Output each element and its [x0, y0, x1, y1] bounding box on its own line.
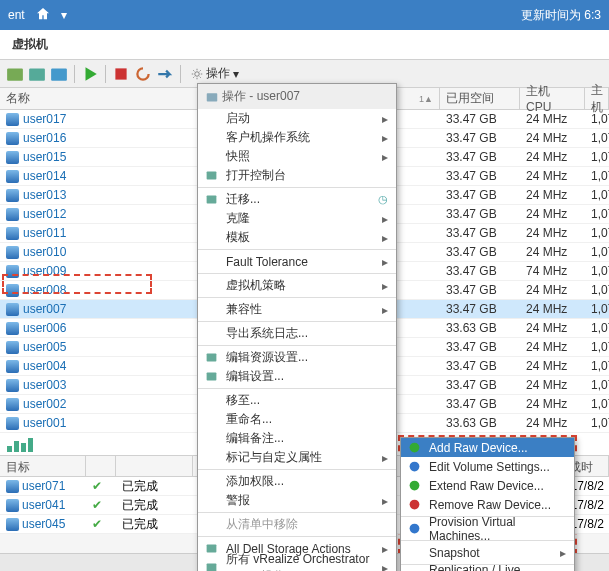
menu-label: 移至...	[226, 392, 260, 409]
menu-item[interactable]: 客户机操作系统▸	[198, 128, 396, 147]
menu-item[interactable]: 克隆▸	[198, 209, 396, 228]
vm-icon	[6, 341, 19, 354]
submenu-item[interactable]: Add Raw Device...	[401, 438, 574, 457]
host-mem: 1,07	[585, 283, 609, 297]
menu-item[interactable]: 编辑设置...	[198, 367, 396, 386]
vm-name: user002	[23, 397, 66, 411]
chevron-right-icon: ▸	[382, 131, 388, 145]
host-mem: 1,07	[585, 321, 609, 335]
migrate-icon[interactable]	[156, 65, 174, 83]
restart-icon[interactable]	[134, 65, 152, 83]
play-icon[interactable]	[81, 65, 99, 83]
new-vm-icon[interactable]	[6, 65, 24, 83]
menu-item[interactable]: 模板▸	[198, 228, 396, 247]
menu-item[interactable]: 快照▸	[198, 147, 396, 166]
menu-label: Fault Tolerance	[226, 255, 308, 269]
chevron-right-icon: ▸	[382, 561, 388, 572]
host-mem: 1,07	[585, 226, 609, 240]
col-target[interactable]: 目标	[0, 456, 86, 476]
chevron-right-icon: ▸	[382, 112, 388, 126]
host-cpu: 24 MHz	[520, 112, 585, 126]
menu-item[interactable]: 所有 vRealize Orchestrator plugin 操作▸	[198, 558, 396, 571]
col-host[interactable]: 主机	[585, 88, 609, 109]
console-icon[interactable]	[50, 65, 68, 83]
menu-item[interactable]: 导出系统日志...	[198, 324, 396, 343]
vm-name: user016	[23, 131, 66, 145]
host-cpu: 24 MHz	[520, 302, 585, 316]
menu-item[interactable]: 打开控制台	[198, 166, 396, 185]
used-space: 33.47 GB	[440, 112, 520, 126]
svg-point-4	[195, 71, 200, 76]
submenu-item[interactable]: Provision Virtual Machines...	[401, 519, 574, 538]
svg-rect-10	[206, 171, 216, 179]
menu-item[interactable]: 兼容性▸	[198, 300, 396, 319]
menu-item[interactable]: 从清单中移除	[198, 515, 396, 534]
vm-icon	[6, 480, 19, 493]
menu-header: 操作 - user007	[198, 84, 396, 109]
svg-rect-5	[7, 446, 12, 452]
task-target: user045	[22, 517, 65, 531]
task-status: 已完成	[116, 478, 193, 495]
menu-item[interactable]: 迁移...◷	[198, 190, 396, 209]
menu-label: 兼容性	[226, 301, 262, 318]
menu-item[interactable]: 移至...	[198, 391, 396, 410]
actions-dropdown[interactable]: 操作 ▾	[187, 65, 243, 82]
menu-item[interactable]: 启动▸	[198, 109, 396, 128]
col-used[interactable]: 已用空间	[440, 88, 520, 109]
submenu-label: Edit Volume Settings...	[429, 460, 550, 474]
used-space: 33.47 GB	[440, 283, 520, 297]
menu-item[interactable]: 编辑资源设置...	[198, 348, 396, 367]
svg-point-19	[409, 500, 419, 510]
menu-item[interactable]: 编辑备注...	[198, 429, 396, 448]
submenu-item[interactable]: Edit Volume Settings...	[401, 457, 574, 476]
chart-icon	[6, 436, 34, 453]
disk-icon	[407, 498, 421, 512]
menu-item[interactable]: 警报▸	[198, 491, 396, 510]
task-status: 已完成	[116, 497, 193, 514]
task-target: user041	[22, 498, 65, 512]
stop-icon[interactable]	[112, 65, 130, 83]
disk-icon	[407, 479, 421, 493]
menu-label: 克隆	[226, 210, 250, 227]
vm-icon	[6, 265, 19, 278]
menu-item[interactable]: Fault Tolerance▸	[198, 252, 396, 271]
console-icon	[204, 169, 218, 183]
menu-label: 从清单中移除	[226, 516, 298, 533]
host-cpu: 24 MHz	[520, 378, 585, 392]
menu-label: 编辑备注...	[226, 430, 284, 447]
edit-icon	[204, 351, 218, 365]
chevron-right-icon: ▸	[382, 494, 388, 508]
svg-rect-3	[115, 68, 126, 79]
vm-icon	[6, 499, 19, 512]
vm-name: user005	[23, 340, 66, 354]
chevron-down-icon: ▾	[233, 67, 239, 81]
deploy-icon[interactable]	[28, 65, 46, 83]
col-cpu[interactable]: 主机 CPU	[520, 88, 585, 109]
vm-name: user009	[23, 264, 66, 278]
menu-label: 客户机操作系统	[226, 129, 310, 146]
disk-icon	[407, 522, 421, 536]
used-space: 33.47 GB	[440, 131, 520, 145]
svg-rect-1	[29, 68, 45, 80]
menu-item[interactable]: 标记与自定义属性▸	[198, 448, 396, 467]
menu-item[interactable]: 虚拟机策略▸	[198, 276, 396, 295]
chevron-down-icon[interactable]: ▾	[61, 8, 67, 22]
menu-label: 导出系统日志...	[226, 325, 308, 342]
host-mem: 1,07	[585, 264, 609, 278]
host-mem: 1,07	[585, 302, 609, 316]
vm-icon	[6, 227, 19, 240]
submenu-label: Remove Raw Device...	[429, 498, 551, 512]
submenu-item[interactable]: Replication / Live Volume▸	[401, 567, 574, 571]
submenu-item[interactable]: Remove Raw Device...	[401, 495, 574, 514]
menu-item[interactable]: 添加权限...	[198, 472, 396, 491]
update-time: 更新时间为 6:3	[521, 7, 601, 24]
submenu-label: Add Raw Device...	[429, 441, 528, 455]
submenu-item[interactable]: Extend Raw Device...	[401, 476, 574, 495]
home-icon[interactable]	[35, 6, 51, 25]
submenu-item[interactable]: Snapshot▸	[401, 543, 574, 562]
host-cpu: 24 MHz	[520, 226, 585, 240]
menu-item[interactable]: 重命名...	[198, 410, 396, 429]
context-menu: 操作 - user007 启动▸客户机操作系统▸快照▸打开控制台迁移...◷克隆…	[197, 83, 397, 571]
used-space: 33.47 GB	[440, 359, 520, 373]
submenu-label: Provision Virtual Machines...	[429, 515, 566, 543]
